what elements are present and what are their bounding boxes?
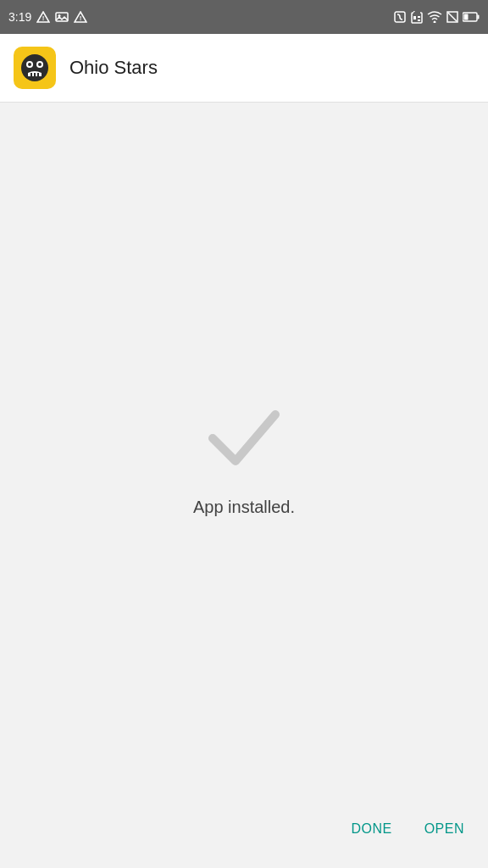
done-button[interactable]: DONE — [347, 815, 395, 843]
image-icon — [55, 11, 69, 23]
checkmark-icon — [202, 404, 286, 472]
battery-icon — [463, 12, 480, 22]
wifi-icon — [427, 11, 442, 23]
status-time: 3:19 — [8, 10, 31, 24]
app-icon — [14, 47, 56, 89]
svg-line-15 — [448, 13, 457, 21]
warning-icon-2: ! — [74, 11, 87, 23]
app-icon-svg — [16, 49, 53, 86]
svg-rect-17 — [478, 15, 480, 19]
svg-point-20 — [21, 54, 48, 81]
svg-point-13 — [434, 21, 436, 24]
status-bar-left: 3:19 ! ! — [8, 10, 87, 24]
app-title: Ohio Stars — [69, 57, 158, 79]
warning-icon-1: ! — [36, 11, 50, 23]
nfc-icon — [393, 10, 407, 24]
bottom-buttons: DONE OPEN — [347, 815, 468, 843]
svg-rect-12 — [418, 19, 420, 21]
svg-text:!: ! — [80, 14, 82, 22]
svg-point-23 — [28, 63, 31, 66]
status-bar-right — [393, 10, 480, 24]
svg-text:!: ! — [42, 14, 45, 22]
app-bar: Ohio Stars — [0, 34, 488, 102]
svg-rect-10 — [413, 16, 416, 19]
open-button[interactable]: OPEN — [421, 815, 468, 843]
svg-point-24 — [38, 63, 42, 66]
status-bar: 3:19 ! ! — [0, 0, 488, 34]
main-content: App installed. DONE OPEN — [0, 103, 488, 868]
check-area: App installed. — [193, 404, 295, 517]
signal-off-icon — [446, 11, 458, 23]
sim-icon — [411, 10, 423, 24]
svg-rect-11 — [418, 16, 420, 18]
svg-rect-18 — [464, 14, 469, 20]
installed-message: App installed. — [193, 498, 295, 517]
